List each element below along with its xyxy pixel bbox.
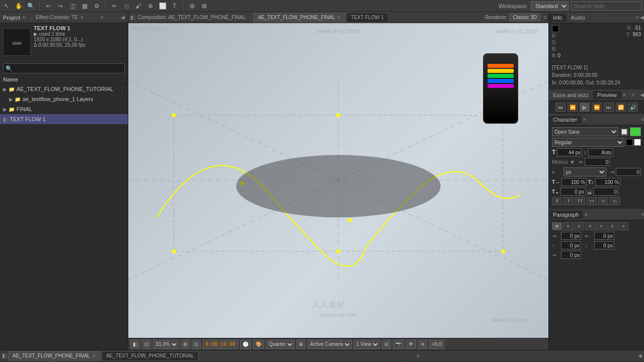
camera-tool-icon[interactable]: ⊞ [188, 2, 197, 11]
smallcaps-btn[interactable]: TT [587, 197, 597, 205]
baseline-input[interactable] [560, 188, 586, 196]
preview-tab-close[interactable]: ✕ [622, 93, 626, 98]
paragraph-tab-close[interactable]: ✕ [584, 212, 588, 217]
shape-tool-icon[interactable]: ◇ [122, 2, 131, 11]
prev-play-btn[interactable]: ▶ [580, 103, 590, 112]
info-panel-collapse[interactable]: ◀ [640, 15, 644, 20]
eraser-tool-icon[interactable]: ⬜ [158, 2, 167, 11]
character-tab[interactable]: Character [549, 116, 582, 124]
viewport-fit-btn[interactable]: ⊞ [181, 340, 190, 349]
viewport-quality-select[interactable]: Quarter [266, 340, 294, 349]
extra-indent-input[interactable] [561, 251, 581, 259]
preview-panel-menu[interactable]: ≡ [632, 92, 635, 98]
undo-icon[interactable]: ↩ [44, 2, 53, 11]
viewport-color-btn[interactable]: 🎨 [253, 340, 264, 349]
subscript-btn[interactable]: T₂ [610, 197, 620, 205]
renderer-button[interactable]: Classic 3D [509, 14, 540, 21]
align-center-btn[interactable]: ≡ [563, 222, 573, 230]
kerning-input[interactable] [585, 158, 610, 166]
panel-menu-icon[interactable]: ≡ [101, 15, 104, 20]
prev-first-btn[interactable]: ⏮ [555, 103, 566, 112]
zoom-tool-icon[interactable]: 🔍 [26, 2, 35, 11]
font-color-black[interactable] [626, 139, 633, 146]
project-item-ae-tutorial[interactable]: ▶ 📁 AE_TEXT_FLOW_PHONE_TUTORIAL ⋮ [0, 84, 128, 94]
font-color-white[interactable] [634, 139, 641, 146]
italic-btn[interactable]: T [564, 197, 574, 205]
timeline-tab-main-close[interactable]: ✕ [92, 353, 96, 358]
comp-tab-sub[interactable]: TEXT FLOW 1 [346, 13, 388, 23]
font-style-select[interactable]: Regular [552, 138, 624, 147]
font-color-btn[interactable] [630, 127, 641, 136]
bold-btn[interactable]: T [552, 197, 562, 205]
viewport-show-hide-btn[interactable]: 👁 [406, 340, 416, 349]
brush-tool-icon[interactable]: 🖌 [134, 2, 143, 11]
viewport-safe-zones-btn[interactable]: ⊡ [142, 340, 151, 349]
font-size-input[interactable] [557, 148, 582, 156]
font-name-select[interactable]: Open Sans [552, 127, 618, 136]
viewport-zoom-select[interactable]: 33,3% [153, 340, 179, 349]
redo-icon[interactable]: ↪ [56, 2, 65, 11]
prev-last-btn[interactable]: ⏭ [604, 103, 614, 112]
prev-loop-btn[interactable]: 🔁 [616, 103, 626, 112]
comp-tab-main[interactable]: AE_TEXT_FLOW_PHONE_FINAL ✕ [253, 13, 345, 23]
character-panel-menu[interactable]: ≡ [641, 117, 644, 122]
space-before-input[interactable] [561, 241, 581, 249]
justify-all-btn[interactable]: ≡ [618, 222, 628, 230]
render-icon[interactable]: ◫ [68, 2, 77, 11]
project-tab[interactable]: Project [3, 15, 20, 21]
project-item-text-flow-1[interactable]: ◧ TEXT FLOW 1 [0, 114, 128, 124]
justify-right-btn[interactable]: ≡ [607, 222, 617, 230]
comp-tab-main-close[interactable]: ✕ [337, 15, 341, 20]
indent-input[interactable] [616, 168, 641, 176]
scale-v-input[interactable] [595, 178, 620, 186]
paragraph-panel-menu[interactable]: ≡ [641, 212, 644, 217]
settings-icon[interactable]: ⚙ [92, 2, 101, 11]
workspace-select[interactable]: Standard [531, 2, 569, 11]
viewport-grid-btn[interactable]: ⊞ [296, 340, 305, 349]
timeline-tab-tutorial[interactable]: AE_TEXT_FLOW_PHONE_TUTORIAL [102, 351, 199, 361]
project-tab-close[interactable]: ✕ [22, 15, 26, 20]
3d-tool-icon[interactable]: ⊠ [200, 2, 209, 11]
timeline-panel-menu[interactable]: ≡ [417, 353, 420, 358]
viewport-clock-btn[interactable]: 🕐 [240, 340, 251, 349]
indent-right-input[interactable] [594, 232, 614, 240]
preview-tab[interactable]: Preview [593, 91, 621, 99]
indent-left-input[interactable] [561, 232, 581, 240]
ease-wizz-tab[interactable]: Ease and wizz [549, 91, 593, 99]
project-item-options-ae-tutorial[interactable]: ⋮ [120, 86, 125, 92]
comp-icon[interactable]: ▦ [80, 2, 89, 11]
viewport-camera-select[interactable]: Active Camera [307, 340, 352, 349]
project-search-input[interactable] [15, 65, 122, 71]
character-tab-close[interactable]: ✕ [583, 117, 587, 122]
viewport-options-btn[interactable]: ◧ [130, 340, 140, 349]
search-help-input[interactable] [572, 2, 642, 11]
paragraph-tab[interactable]: Paragraph [549, 211, 583, 219]
viewport-snapshot-btn[interactable]: 📷 [393, 340, 404, 349]
prev-next-btn[interactable]: ⏩ [592, 103, 602, 112]
viewport-time-display[interactable]: 0:00:14:00 [203, 340, 238, 349]
viewport-motion-blur-btn[interactable]: ≋ [418, 340, 427, 349]
timeline-panel-collapse[interactable]: ◀ [638, 353, 642, 358]
leading-unit-select[interactable]: px [564, 167, 606, 176]
align-left-btn[interactable]: ≡ [552, 222, 562, 230]
viewport-time-offset-btn[interactable]: +0,0 [429, 340, 444, 349]
leading-input[interactable] [588, 148, 613, 156]
tsume-input[interactable] [593, 188, 618, 196]
viewport-views-select[interactable]: 1 View [354, 340, 380, 349]
info-tab[interactable]: Info [549, 14, 567, 22]
justify-center-btn[interactable]: ≡ [596, 222, 606, 230]
effect-controls-tab-close[interactable]: ✕ [80, 15, 84, 20]
hand-tool-icon[interactable]: ✋ [14, 2, 23, 11]
justify-btn[interactable]: ≡ [585, 222, 595, 230]
space-after-input[interactable] [594, 241, 614, 249]
clone-tool-icon[interactable]: ⊕ [146, 2, 155, 11]
prev-audio-btn[interactable]: 🔊 [628, 103, 638, 112]
viewport-snap-btn[interactable]: ⊡ [192, 340, 201, 349]
arrow-tool-icon[interactable]: ↖ [2, 2, 11, 11]
audio-tab[interactable]: Audio [567, 14, 589, 22]
superscript-btn[interactable]: T² [598, 197, 608, 205]
pen-tool-icon[interactable]: ✏ [110, 2, 119, 11]
prev-prev-btn[interactable]: ⏪ [568, 103, 578, 112]
align-right-btn[interactable]: ≡ [574, 222, 584, 230]
effect-controls-tab[interactable]: Effect Controls: TE [36, 15, 78, 20]
